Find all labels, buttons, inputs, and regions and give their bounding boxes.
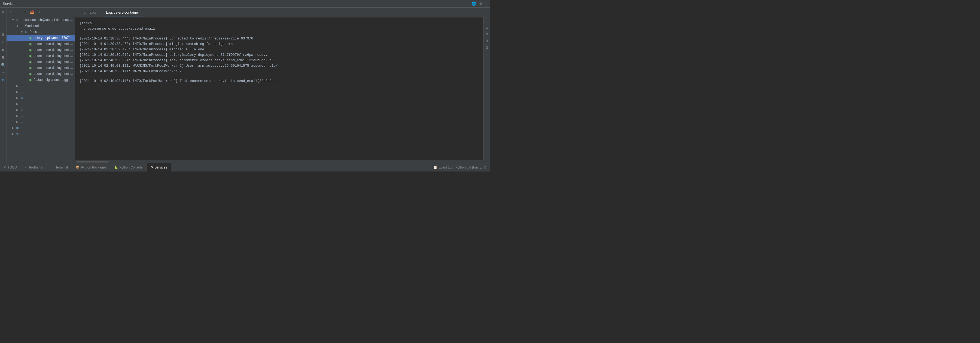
- pod-item-6[interactable]: ▣ ecommerce-deployment-9f964644c-nmgp9: [6, 71, 75, 77]
- services-tab[interactable]: ⚙ Services: [146, 163, 171, 172]
- terminal-icon: >_: [51, 166, 54, 169]
- daemon-sets-item[interactable]: ▶ ◈: [6, 95, 75, 101]
- python-packages-icon: 📦: [76, 165, 80, 169]
- title-bar: Services 🌐 ⚙ —: [0, 0, 490, 8]
- stop-left-icon[interactable]: ⏹: [0, 54, 6, 60]
- pod-item-7[interactable]: ▣ fastapi-migrations-trcgg: [6, 77, 75, 83]
- group-left-icon[interactable]: ⊞: [0, 32, 6, 37]
- event-log-item[interactable]: 📋 Event Log: [433, 165, 453, 169]
- tabs-bar: Information Log: celery-container: [75, 8, 490, 17]
- tab-information[interactable]: Information: [75, 8, 102, 17]
- jobs-item[interactable]: ▶ ◫: [6, 101, 75, 107]
- pod-item-0[interactable]: ▣ celery-deployment-77c7f9979f-rz6pw: [6, 35, 75, 41]
- daemon-icon: ◈: [20, 95, 24, 100]
- todo-icon: ✓: [4, 165, 6, 169]
- edit-left-icon[interactable]: ✏: [0, 70, 6, 75]
- pods-arrow: ▼: [20, 30, 24, 33]
- add-left-icon[interactable]: ⊕: [0, 9, 6, 14]
- workloads-item[interactable]: ▼ ⊞ Workloads: [6, 23, 75, 29]
- pod-0-icon: ▣: [28, 36, 33, 40]
- jobs-icon: ◫: [20, 102, 24, 106]
- globe-icon[interactable]: 🌐: [471, 2, 476, 6]
- configuration-item[interactable]: ▶ ⚙: [6, 131, 75, 137]
- services-icon: ⚙: [150, 165, 153, 169]
- sort-btn[interactable]: ⇕: [484, 32, 490, 37]
- pod-2-label: ecommerce-deployment-9f964644c-2ph54: [34, 48, 73, 52]
- left-icon-strip: ⊕ ↑ ↓ ⊞ ↙ ▶ ⏹ 🔍 ✏ ⚙: [0, 8, 6, 163]
- scroll-top-btn[interactable]: ↑: [484, 19, 490, 24]
- pods-icon: ⊞: [24, 30, 28, 34]
- pods-item[interactable]: ▼ ⊞ Pods: [6, 29, 75, 35]
- sidebar-tree: ▼ ⚙ mukulmantosh@fastapi-demo.ap-south-1…: [6, 16, 75, 163]
- add-btn[interactable]: +: [36, 9, 43, 15]
- pod-item-4[interactable]: ▣ ecommerce-deployment-9f964644c-bjbtb: [6, 59, 75, 65]
- terminal-label: Terminal: [56, 165, 68, 169]
- log-scrollbar-thumb[interactable]: [76, 161, 109, 162]
- tab-log-celery-container[interactable]: Log: celery-container: [102, 8, 143, 17]
- log-line-8: [2021-10-14 02:40:03,111: WARNING/ForkPo…: [80, 63, 479, 68]
- pod-4-icon: ▣: [28, 60, 33, 64]
- group-btn[interactable]: ⊞: [22, 9, 28, 15]
- log-content[interactable]: [tasks] . ecommerce.orders.tasks.send_em…: [75, 17, 484, 160]
- todo-tab[interactable]: ✓ TODO: [0, 163, 21, 172]
- collapse-all-btn[interactable]: ↑: [8, 9, 14, 15]
- log-line-6: [2021-10-14 01:20:39,512: INFO/MainProce…: [80, 52, 479, 58]
- network-item[interactable]: ▶ ◉: [6, 125, 75, 131]
- python-version-label: Python 3.8 (FastEnv): [455, 165, 486, 169]
- download-left-icon[interactable]: ↙: [0, 39, 6, 44]
- cronjobs-icon: ⏱: [20, 108, 24, 112]
- scroll-bottom-btn[interactable]: ↓: [484, 51, 490, 57]
- python-console-tab[interactable]: 🐍 Python Console: [110, 163, 146, 172]
- gear-icon[interactable]: ⚙: [479, 2, 482, 6]
- log-line-11: [2021-10-14 02:40:03,116: INFO/ForkPoolW…: [80, 78, 479, 84]
- workloads-arrow: ▼: [15, 24, 20, 27]
- cluster-item[interactable]: ▼ ⚙ mukulmantosh@fastapi-demo.ap-south-1…: [6, 17, 75, 23]
- minimize-icon[interactable]: —: [485, 2, 487, 6]
- log-line-5: [2021-10-14 01:20:39,495: INFO/MainProce…: [80, 47, 479, 52]
- pod-6-icon: ▣: [28, 71, 33, 76]
- download-btn[interactable]: 📥: [29, 9, 35, 15]
- terminal-tab[interactable]: >_ Terminal: [47, 163, 72, 172]
- cluster-label: mukulmantosh@fastapi-demo.ap-south-1.eks…: [21, 18, 73, 22]
- pod-7-label: fastapi-migrations-trcgg: [34, 78, 73, 82]
- pod-7-icon: ▣: [28, 78, 33, 82]
- cluster-arrow: ▼: [11, 19, 15, 22]
- filter-btn[interactable]: ≡: [484, 25, 490, 30]
- search-left-icon[interactable]: 🔍: [0, 62, 6, 68]
- stateful-sets-item[interactable]: ▶ ⊟: [6, 89, 75, 95]
- status-tabs: ✓ TODO ⚠ Problems >_ Terminal 📦 Python P…: [0, 163, 430, 172]
- title-bar-text: Services: [3, 2, 16, 6]
- pod-5-label: ecommerce-deployment-9f964644c-hh65r: [34, 66, 73, 70]
- problems-tab[interactable]: ⚠ Problems: [21, 163, 47, 172]
- deployments-icon: ⊞: [20, 84, 24, 88]
- python-packages-tab[interactable]: 📦 Python Packages: [72, 163, 110, 172]
- replication-icon: ⊞: [20, 119, 24, 124]
- todo-label: TODO: [8, 165, 17, 169]
- deployments-item[interactable]: ▶ ⊞: [6, 83, 75, 89]
- pod-item-5[interactable]: ▣ ecommerce-deployment-9f964644c-hh65r: [6, 65, 75, 71]
- right-panel: Information Log: celery-container [tasks…: [75, 8, 490, 163]
- sidebar-toolbar: ↑ ↓ ⊞ 📥 +: [6, 8, 75, 16]
- clear-btn[interactable]: 🗑: [484, 44, 490, 50]
- run-left-icon[interactable]: ▶: [0, 47, 6, 52]
- expand-left-icon[interactable]: ↓: [0, 24, 6, 29]
- log-line-10: [80, 74, 479, 78]
- log-line-9: [2021-10-14 02:40:03,111: WARNING/ForkPo…: [80, 68, 479, 74]
- gear-left-icon[interactable]: ⚙: [0, 77, 6, 83]
- pod-6-label: ecommerce-deployment-9f964644c-nmgp9: [34, 72, 73, 76]
- log-scrollbar[interactable]: [75, 160, 490, 163]
- pod-item-1[interactable]: ▣ ecommerce-deployment-9f964644c-2h4h5: [6, 41, 75, 47]
- pod-item-2[interactable]: ▣ ecommerce-deployment-9f964644c-2ph54: [6, 47, 75, 53]
- python-version-item[interactable]: Python 3.8 (FastEnv): [455, 165, 486, 169]
- cron-jobs-item[interactable]: ▶ ⏱: [6, 107, 75, 113]
- print-btn[interactable]: 🖨: [484, 38, 490, 44]
- pod-item-3[interactable]: ▣ ecommerce-deployment-9f964644c-8v99b: [6, 53, 75, 59]
- replica-sets-item[interactable]: ▶ ⊞: [6, 113, 75, 119]
- stateful-icon: ⊟: [20, 90, 24, 94]
- collapse-left-icon[interactable]: ↑: [0, 16, 6, 22]
- replication-item[interactable]: ▶ ⊞: [6, 119, 75, 125]
- expand-all-btn[interactable]: ↓: [15, 9, 21, 15]
- right-actions: ↑ ≡ ⇕ 🖨 🗑 ↓: [484, 17, 490, 160]
- pod-3-label: ecommerce-deployment-9f964644c-8v99b: [34, 54, 73, 58]
- problems-icon: ⚠: [25, 165, 27, 169]
